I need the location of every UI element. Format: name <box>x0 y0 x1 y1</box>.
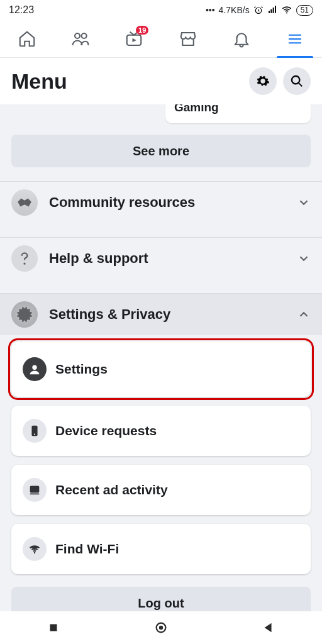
section-help-support[interactable]: Help & support <box>0 238 322 279</box>
signal-icon <box>267 5 277 15</box>
section-community-resources[interactable]: Community resources <box>0 182 322 223</box>
tab-watch[interactable]: 19 <box>116 21 152 57</box>
svg-point-10 <box>34 552 35 553</box>
section-title: Settings & Privacy <box>49 306 286 323</box>
nav-recent-icon[interactable] <box>47 621 60 635</box>
svg-point-7 <box>34 433 35 435</box>
menuitem-label: Settings <box>55 362 108 377</box>
shortcut-row: Gaming <box>0 104 322 123</box>
svg-point-5 <box>32 365 36 370</box>
svg-point-2 <box>75 33 80 38</box>
chevron-down-icon <box>297 196 311 209</box>
menuitem-recent-ads[interactable]: Recent ad activity <box>11 465 311 515</box>
see-more-label: See more <box>133 144 189 158</box>
see-more-button[interactable]: See more <box>11 135 311 167</box>
menuitem-label: Recent ad activity <box>55 482 168 497</box>
status-net-speed: 4.7KB/s <box>219 5 250 15</box>
friends-icon <box>71 30 90 48</box>
gear-large-icon <box>11 301 38 328</box>
svg-point-13 <box>159 626 163 630</box>
ads-icon <box>23 478 47 502</box>
svg-point-3 <box>82 33 87 38</box>
settings-privacy-subitems: Settings Device requests Recent ad activ… <box>0 335 322 577</box>
menuitem-label: Device requests <box>55 423 157 438</box>
section-title: Help & support <box>49 250 286 267</box>
settings-gear-button[interactable] <box>249 67 277 95</box>
shortcut-card-gaming[interactable]: Gaming <box>165 104 311 123</box>
tab-notifications[interactable] <box>223 21 260 57</box>
home-icon <box>18 30 36 48</box>
svg-point-1 <box>286 13 287 14</box>
device-icon <box>23 419 47 443</box>
section-settings-privacy[interactable]: Settings & Privacy <box>0 294 322 335</box>
logout-label: Log out <box>138 596 184 611</box>
wifi-circle-icon <box>23 537 47 561</box>
chevron-down-icon <box>297 252 311 265</box>
page-title: Menu <box>11 69 67 94</box>
status-dots: ••• <box>206 5 215 15</box>
tab-home[interactable] <box>9 21 45 57</box>
wifi-icon <box>281 4 292 16</box>
menuitem-device-requests[interactable]: Device requests <box>11 406 311 456</box>
status-time: 12:23 <box>9 4 34 16</box>
status-bar: 12:23 ••• 4.7KB/s 51 <box>0 0 322 20</box>
watch-badge: 19 <box>136 26 148 35</box>
alarm-icon <box>253 5 264 15</box>
nav-back-icon[interactable] <box>262 621 275 635</box>
handshake-icon <box>11 189 38 216</box>
chevron-up-icon <box>297 308 311 321</box>
svg-rect-11 <box>50 625 57 631</box>
gear-icon <box>256 74 270 88</box>
search-button[interactable] <box>283 67 311 95</box>
logout-button[interactable]: Log out <box>11 587 311 611</box>
shortcut-label: Gaming <box>174 104 219 114</box>
android-nav-bar <box>0 611 322 644</box>
section-title: Community resources <box>49 194 286 211</box>
bell-icon <box>232 30 251 48</box>
svg-rect-9 <box>30 494 40 495</box>
top-tab-bar: 19 <box>0 20 322 58</box>
search-icon <box>290 74 304 88</box>
nav-home-icon[interactable] <box>154 621 168 635</box>
tab-marketplace[interactable] <box>170 21 206 57</box>
menu-header-actions <box>249 67 311 95</box>
menu-header: Menu <box>0 58 322 104</box>
svg-rect-8 <box>30 486 40 493</box>
person-icon <box>23 357 47 381</box>
hamburger-icon <box>286 30 304 48</box>
tab-menu[interactable] <box>277 21 313 57</box>
marketplace-icon <box>179 30 197 48</box>
menuitem-find-wifi[interactable]: Find Wi-Fi <box>11 524 311 574</box>
question-icon <box>11 245 38 272</box>
menuitem-label: Find Wi-Fi <box>55 541 119 557</box>
menu-content[interactable]: Gaming See more Community resources Help… <box>0 104 322 611</box>
battery-indicator: 51 <box>296 5 313 16</box>
status-right: ••• 4.7KB/s 51 <box>206 4 313 16</box>
menuitem-settings[interactable]: Settings <box>11 341 311 397</box>
tab-friends[interactable] <box>62 21 99 57</box>
